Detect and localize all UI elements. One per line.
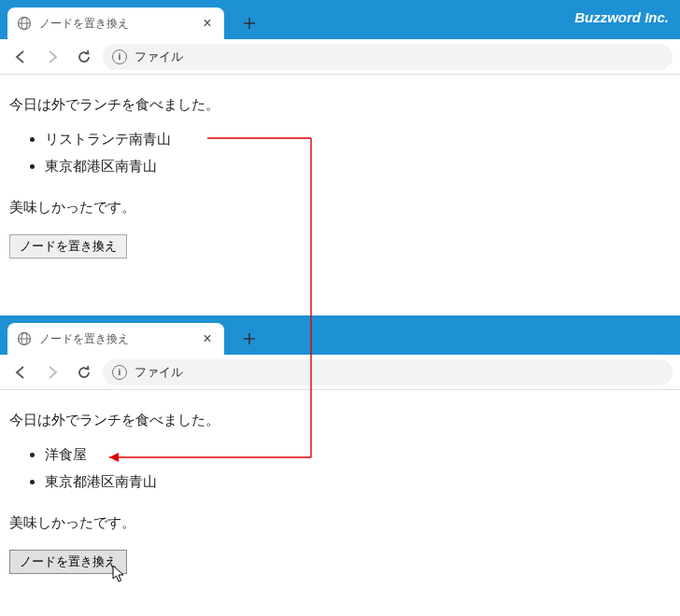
tab-active[interactable]: ノードを置き換え ×	[7, 7, 224, 39]
tab-title: ノードを置き換え	[39, 331, 192, 347]
paragraph-intro: 今日は外でランチを食べました。	[9, 407, 671, 432]
tab-title: ノードを置き換え	[39, 16, 192, 32]
new-tab-button[interactable]	[235, 9, 263, 37]
tab-active[interactable]: ノードを置き換え ×	[7, 323, 224, 355]
paragraph-outro: 美味しかったです。	[9, 194, 671, 219]
paragraph-intro: 今日は外でランチを食べました。	[9, 91, 671, 117]
forward-button[interactable]	[39, 359, 65, 385]
list: 洋食屋 東京都港区南青山	[9, 441, 671, 495]
replace-node-button[interactable]: ノードを置き換え	[9, 550, 127, 574]
paragraph-outro: 美味しかったです。	[9, 510, 671, 535]
toolbar: i ファイル	[0, 39, 680, 75]
reload-button[interactable]	[71, 359, 97, 385]
titlebar: ノードを置き換え ×	[0, 315, 680, 355]
info-icon: i	[112, 365, 127, 380]
page-content: 今日は外でランチを食べました。 リストランテ南青山 東京都港区南青山 美味しかっ…	[0, 75, 680, 275]
info-icon: i	[112, 49, 127, 64]
back-button[interactable]	[7, 44, 34, 70]
url-text: ファイル	[135, 49, 183, 65]
close-icon[interactable]: ×	[200, 16, 215, 31]
toolbar: i ファイル	[0, 355, 680, 390]
url-bar[interactable]: i ファイル	[103, 359, 673, 385]
brand-label: Buzzword Inc.	[574, 9, 669, 25]
globe-icon	[17, 331, 32, 346]
browser-window-before: ノードを置き換え × Buzzword Inc. i ファイル 今日は外でランチ…	[0, 0, 680, 275]
url-text: ファイル	[135, 364, 183, 381]
forward-button[interactable]	[39, 44, 65, 70]
list-item: リストランテ南青山	[45, 126, 671, 153]
list-item: 東京都港区南青山	[45, 469, 671, 496]
browser-window-after: ノードを置き換え × i ファイル 今日は外でランチを食べました。 洋食屋 東京…	[0, 315, 680, 591]
new-tab-button[interactable]	[235, 325, 263, 353]
page-content: 今日は外でランチを食べました。 洋食屋 東京都港区南青山 美味しかったです。 ノ…	[0, 390, 680, 591]
list-item: 東京都港区南青山	[45, 153, 671, 180]
globe-icon	[17, 16, 32, 31]
list: リストランテ南青山 東京都港区南青山	[9, 126, 671, 179]
list-item: 洋食屋	[45, 441, 671, 469]
back-button[interactable]	[7, 359, 34, 385]
close-icon[interactable]: ×	[200, 331, 215, 346]
reload-button[interactable]	[71, 44, 97, 70]
url-bar[interactable]: i ファイル	[103, 44, 673, 70]
titlebar: ノードを置き換え × Buzzword Inc.	[0, 0, 680, 39]
replace-node-button[interactable]: ノードを置き換え	[9, 234, 127, 259]
